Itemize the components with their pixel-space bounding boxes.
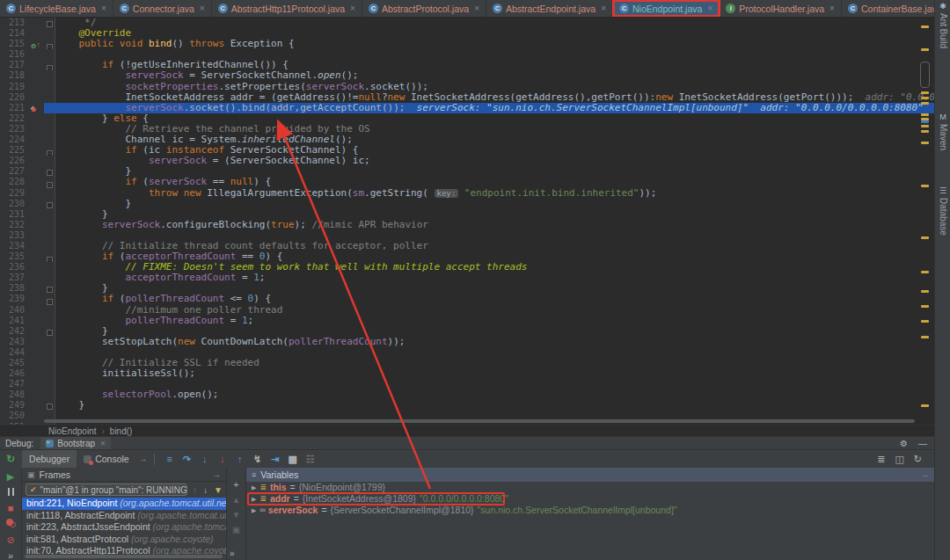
tab-close-icon[interactable]: ×: [350, 4, 355, 13]
layout-settings-icon[interactable]: ☷: [302, 454, 319, 465]
editor-tab[interactable]: CContainerBase.java×: [842, 0, 934, 17]
expand-arrow-icon[interactable]: ▶: [252, 505, 256, 516]
pin-icon[interactable]: →: [213, 470, 221, 479]
view-breakpoints-button[interactable]: [6, 519, 16, 530]
stripe-mark[interactable]: [921, 236, 929, 239]
code-line[interactable]: 230 }: [0, 199, 934, 209]
editor-horizontal-scrollbar[interactable]: [44, 419, 915, 423]
settings-icon[interactable]: ⚙: [900, 439, 908, 448]
stripe-mark[interactable]: [921, 120, 929, 123]
stripe-mark[interactable]: [921, 97, 929, 99]
force-step-into-icon[interactable]: ↓: [214, 454, 231, 464]
stripe-mark[interactable]: [921, 25, 929, 28]
drop-frame-icon[interactable]: ↯: [249, 454, 267, 465]
step-into-icon[interactable]: ↓: [196, 454, 214, 464]
debug-tab-debugger[interactable]: Debugger: [22, 450, 77, 469]
tool-window-button-database[interactable]: ☰Database: [935, 186, 950, 236]
stripe-mark[interactable]: [921, 404, 929, 407]
fold-marker[interactable]: [47, 330, 53, 336]
stripe-mark[interactable]: [921, 91, 929, 94]
stripe-mark[interactable]: [921, 48, 929, 51]
fold-marker[interactable]: [47, 170, 53, 176]
stripe-mark[interactable]: [921, 130, 929, 133]
tool-window-button-maven[interactable]: MMaven: [935, 113, 950, 150]
code-line[interactable]: 248 selectorPool.open();: [0, 389, 934, 400]
frame-row[interactable]: init:581, AbstractProtocol (org.apache.c…: [22, 534, 226, 546]
step-out-icon[interactable]: ↑: [231, 454, 249, 464]
stripe-mark[interactable]: [921, 113, 929, 116]
stop-button[interactable]: ■: [8, 503, 14, 514]
tab-close-icon[interactable]: ×: [601, 4, 606, 13]
tab-close-icon[interactable]: ×: [474, 4, 479, 13]
rerun-button[interactable]: ↻: [0, 453, 22, 465]
tab-close-icon[interactable]: ×: [200, 4, 205, 13]
expand-arrow-icon[interactable]: ▶: [252, 493, 256, 505]
editor-tab[interactable]: IProtocolHandler.java×: [720, 0, 842, 17]
fold-marker[interactable]: [47, 21, 53, 27]
code-editor[interactable]: 213 */214 @Override215o↑− public void bi…: [0, 18, 934, 425]
tab-close-icon[interactable]: ×: [101, 4, 106, 13]
editor-tab[interactable]: CAbstractEndpoint.java×: [486, 0, 613, 17]
editor-tab[interactable]: CLifecycleBase.java×: [0, 0, 113, 17]
code-line[interactable]: 237 acceptorThreadCount = 1;: [0, 273, 934, 283]
step-over-icon[interactable]: ↷: [179, 454, 196, 465]
cycle-view-icon[interactable]: ↻: [914, 454, 922, 465]
breadcrumb-item[interactable]: NioEndpoint: [48, 426, 96, 436]
tool-window-button-ant-build[interactable]: ✱Ant Build: [935, 2, 950, 48]
debug-tab-console[interactable]: Console: [77, 450, 136, 469]
fold-marker[interactable]: [47, 404, 53, 410]
filter-frames-icon[interactable]: ▼: [214, 485, 223, 495]
fold-marker[interactable]: [47, 287, 53, 293]
breadcrumb-item[interactable]: bind(): [110, 426, 133, 436]
run-to-cursor-icon[interactable]: ⇥: [267, 454, 284, 465]
debug-session-tab[interactable]: ▸ Bootstrap ×: [40, 437, 111, 450]
stripe-mark[interactable]: [921, 102, 929, 105]
frame-row[interactable]: bind:221, NioEndpoint (org.apache.tomcat…: [22, 498, 226, 510]
code-line[interactable]: 249 }: [0, 400, 934, 411]
stripe-mark[interactable]: [921, 336, 929, 338]
editor-tab[interactable]: CNioEndpoint.java×: [613, 0, 720, 17]
stripe-mark[interactable]: [921, 142, 929, 144]
variable-row[interactable]: ▶≣this={NioEndpoint@1799}: [246, 482, 934, 493]
breakpoint-icon[interactable]: ●✓: [26, 103, 40, 113]
tab-close-icon[interactable]: ×: [829, 4, 835, 13]
resume-button[interactable]: ▶: [7, 471, 14, 483]
pin-icon[interactable]: →: [921, 470, 929, 479]
variable-row[interactable]: ▶≣addr={InetSocketAddress@1809} "0.0.0.0…: [246, 493, 934, 505]
overrides-method-icon[interactable]: o↑: [26, 39, 40, 49]
restore-layout-icon[interactable]: ◫: [895, 454, 903, 465]
tab-close-icon[interactable]: ×: [707, 4, 712, 13]
scrollbar-thumb[interactable]: [920, 62, 930, 88]
stripe-mark[interactable]: [921, 271, 929, 273]
stripe-mark[interactable]: [921, 185, 929, 187]
code-line[interactable]: 213 */: [0, 18, 934, 28]
frame-row[interactable]: init:223, AbstractJsseEndpoint (org.apac…: [22, 521, 226, 534]
editor-error-stripe[interactable]: [918, 18, 934, 425]
hide-window-icon[interactable]: —: [918, 439, 927, 448]
pause-button[interactable]: [8, 487, 14, 498]
editor-tab[interactable]: CAbstractProtocol.java×: [362, 0, 486, 17]
more-options-icon[interactable]: »: [227, 549, 235, 558]
code-line[interactable]: 241 pollerThreadCount = 1;: [0, 316, 934, 326]
fold-marker[interactable]: [47, 202, 53, 208]
stripe-mark[interactable]: [921, 320, 929, 323]
editor-tab[interactable]: CAbstractHttp11Protocol.java×: [212, 0, 362, 17]
variable-row[interactable]: ▶∞serverSock={ServerSocketChannelImpl@18…: [246, 505, 934, 516]
stripe-mark[interactable]: [921, 305, 929, 308]
move-frame-up-icon[interactable]: ↑: [193, 485, 197, 495]
show-execution-point-icon[interactable]: ≡: [161, 454, 179, 464]
mute-breakpoints-button[interactable]: ⊘: [6, 535, 14, 546]
frames-horizontal-scrollbar[interactable]: [25, 555, 223, 558]
frame-row[interactable]: init:1118, AbstractEndpoint (org.apache.…: [22, 510, 226, 522]
expand-arrow-icon[interactable]: ▶: [252, 482, 256, 493]
code-line[interactable]: 232 serverSock.configureBlocking(true); …: [0, 220, 934, 230]
add-watch-icon[interactable]: +: [234, 480, 239, 490]
stripe-mark[interactable]: [921, 125, 929, 127]
code-line[interactable]: 243 setStopLatch(new CountDownLatch(poll…: [0, 337, 934, 347]
code-line[interactable]: 226 serverSock = (ServerSocketChannel) i…: [0, 156, 934, 166]
more-button[interactable]: »: [8, 550, 13, 560]
code-line[interactable]: 246 initialiseSsl();: [0, 368, 934, 379]
evaluate-expression-icon[interactable]: ▦: [284, 454, 302, 465]
code-line[interactable]: 215o↑− public void bind() throws Excepti…: [0, 39, 934, 49]
threads-view-icon[interactable]: ≣: [877, 454, 885, 465]
